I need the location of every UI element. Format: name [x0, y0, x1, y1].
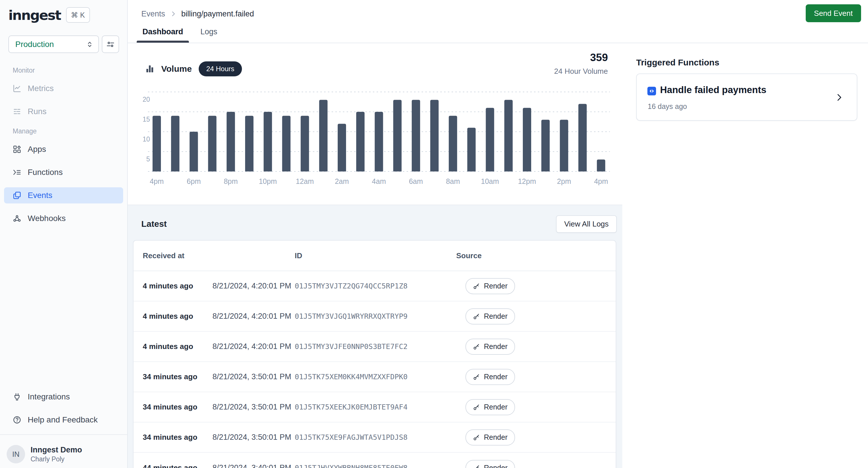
sidebar-item-apps[interactable]: Apps	[4, 141, 123, 157]
event-relative-time: 4 minutes ago	[143, 281, 205, 291]
sidebar-item-label: Runs	[28, 107, 46, 116]
sidebar-item-integrations[interactable]: Integrations	[4, 389, 123, 405]
metrics-icon	[13, 84, 21, 93]
volume-bar[interactable]	[412, 100, 420, 171]
volume-bar[interactable]	[467, 128, 475, 171]
nav-section-label: Monitor	[13, 66, 123, 75]
sidebar-item-metrics[interactable]: Metrics	[4, 80, 123, 97]
volume-bar[interactable]	[282, 116, 290, 171]
table-row[interactable]: 44 minutes ago8/21/2024, 3:40:01 PM01J5T…	[133, 453, 616, 468]
volume-bar[interactable]	[356, 112, 365, 171]
volume-bar[interactable]	[449, 116, 457, 171]
main-content: Volume 24 Hours 359 24 Hour Volume 51015…	[128, 43, 622, 468]
column-source: Source	[453, 251, 607, 260]
key-icon	[473, 434, 480, 441]
source-badge-label: Render	[484, 433, 507, 441]
volume-bar[interactable]	[264, 112, 272, 171]
volume-bar[interactable]	[579, 104, 587, 171]
sidebar-item-webhooks[interactable]: Webhooks	[4, 210, 123, 227]
sidebar-item-label: Functions	[28, 168, 63, 177]
volume-bar[interactable]	[171, 116, 179, 171]
profile-button[interactable]: IN Inngest Demo Charly Poly	[7, 445, 123, 463]
source-badge[interactable]: Render	[465, 369, 515, 385]
volume-bar[interactable]	[227, 112, 235, 171]
profile-org-name: Inngest Demo	[31, 445, 82, 455]
source-badge[interactable]: Render	[465, 399, 515, 415]
volume-bar[interactable]	[597, 160, 605, 171]
event-timestamp: 8/21/2024, 4:20:01 PM	[205, 312, 291, 321]
source-badge[interactable]: Render	[465, 278, 515, 294]
source-badge[interactable]: Render	[465, 429, 515, 445]
key-icon	[473, 465, 480, 468]
table-row[interactable]: 4 minutes ago8/21/2024, 4:20:01 PM01J5TM…	[133, 301, 616, 332]
table-row[interactable]: 34 minutes ago8/21/2024, 3:50:01 PM01J5T…	[133, 392, 616, 423]
breadcrumb-event-name: billing/payment.failed	[181, 9, 254, 19]
command-k-shortcut[interactable]: ⌘ K	[66, 7, 90, 23]
sidebar-nav: MonitorMetricsRunsManageAppsFunctionsEve…	[4, 66, 123, 233]
x-axis-label: 4am	[372, 177, 386, 185]
table-row[interactable]: 4 minutes ago8/21/2024, 4:20:01 PM01J5TM…	[133, 332, 616, 362]
volume-bar[interactable]	[301, 116, 309, 171]
sidebar-item-label: Events	[28, 191, 53, 200]
source-badge-label: Render	[484, 373, 507, 381]
x-axis-label: 4pm	[150, 177, 164, 185]
functions-icon	[13, 168, 21, 177]
sidebar-item-runs[interactable]: Runs	[4, 103, 123, 120]
volume-bar[interactable]	[153, 116, 161, 171]
volume-bar[interactable]	[504, 100, 513, 171]
tab-logs[interactable]: Logs	[197, 27, 220, 43]
event-timestamp: 8/21/2024, 3:50:01 PM	[205, 403, 291, 411]
table-row[interactable]: 34 minutes ago8/21/2024, 3:50:01 PM01J5T…	[133, 362, 616, 392]
sidebar-item-functions[interactable]: Functions	[4, 164, 123, 180]
volume-bar[interactable]	[393, 100, 402, 171]
app-window: inngest ⌘ K Production MonitorMetricsRun…	[0, 0, 868, 468]
volume-bar[interactable]	[245, 116, 253, 171]
x-axis-label: 8am	[446, 177, 460, 185]
volume-bar[interactable]	[523, 108, 531, 171]
environment-row: Production	[8, 35, 119, 53]
source-badge[interactable]: Render	[465, 460, 515, 468]
volume-bar[interactable]	[541, 120, 550, 171]
volume-bar[interactable]	[486, 108, 494, 171]
source-badge[interactable]: Render	[465, 308, 515, 325]
tab-dashboard[interactable]: Dashboard	[140, 27, 186, 43]
event-relative-time: 34 minutes ago	[143, 433, 205, 442]
x-axis-label: 4pm	[594, 177, 608, 185]
volume-bar[interactable]	[208, 116, 217, 171]
event-relative-time: 34 minutes ago	[143, 372, 205, 381]
avatar: IN	[7, 445, 25, 463]
triggered-function-card[interactable]: Handle failed payments 16 days ago	[636, 73, 857, 121]
environment-select-value: Production	[15, 40, 54, 49]
sidebar-item-events[interactable]: Events	[4, 187, 123, 203]
send-event-button[interactable]: Send Event	[806, 4, 861, 22]
environment-settings-button[interactable]	[102, 35, 119, 53]
volume-bar[interactable]	[319, 100, 328, 171]
table-row[interactable]: 34 minutes ago8/21/2024, 3:50:01 PM01J5T…	[133, 423, 616, 453]
volume-bar[interactable]	[430, 100, 439, 171]
event-relative-time: 4 minutes ago	[143, 312, 205, 321]
key-icon	[473, 404, 480, 411]
code-icon	[647, 87, 656, 95]
inngest-logo[interactable]: inngest	[8, 7, 61, 23]
sidebar-item-label: Metrics	[28, 84, 54, 93]
volume-bar[interactable]	[375, 112, 383, 171]
breadcrumb-events-link[interactable]: Events	[141, 9, 165, 19]
events-table: Received at ID Source 4 minutes ago8/21/…	[133, 240, 616, 468]
event-id: 01J5TMY3VJFE0NNP0S3BTE7FC2	[291, 342, 453, 351]
view-all-logs-button[interactable]: View All Logs	[556, 215, 617, 233]
environment-select[interactable]: Production	[8, 35, 99, 53]
event-relative-time: 34 minutes ago	[143, 403, 205, 411]
sliders-icon	[106, 40, 115, 49]
sidebar-item-label: Help and Feedback	[28, 415, 98, 425]
y-axis-label: 15	[143, 115, 150, 123]
volume-bar[interactable]	[189, 132, 198, 171]
y-axis-label: 5	[146, 155, 150, 163]
table-row[interactable]: 4 minutes ago8/21/2024, 4:20:01 PM01J5TM…	[133, 271, 616, 301]
source-badge-label: Render	[484, 464, 507, 468]
source-badge[interactable]: Render	[465, 339, 515, 355]
logo-row: inngest ⌘ K	[8, 6, 90, 24]
sidebar-item-help-and-feedback[interactable]: Help and Feedback	[4, 412, 123, 428]
volume-bar[interactable]	[560, 120, 568, 171]
volume-bar[interactable]	[338, 124, 346, 171]
nav-section-label: Manage	[13, 127, 123, 135]
